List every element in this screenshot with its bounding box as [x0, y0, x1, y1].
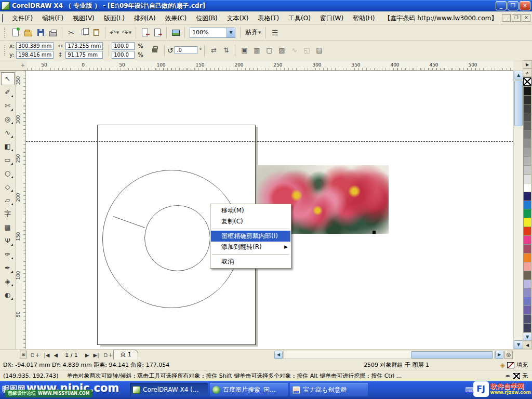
cut-button[interactable]: ✂: [65, 26, 77, 39]
add-page-after-button[interactable]: 🗋+: [102, 352, 114, 358]
color-swatch-19[interactable]: [523, 254, 531, 262]
menu-item-0[interactable]: 文件(F): [7, 13, 37, 23]
selection-handle[interactable]: [373, 231, 376, 234]
drawing-canvas[interactable]: 移动(M)复制(C)图框精确剪裁内部(I)添加到翻转(R)▶取消: [26, 71, 513, 349]
palette-scroll-down-button[interactable]: ▼: [523, 332, 532, 341]
basic-shapes-tool[interactable]: ▱: [1, 194, 15, 207]
color-swatch-7[interactable]: [523, 148, 531, 157]
close-button[interactable]: ✕: [520, 1, 530, 10]
color-swatch-20[interactable]: [523, 262, 531, 271]
menu-item-4[interactable]: 排列(A): [129, 13, 161, 23]
ungroup-button[interactable]: ▢: [263, 44, 275, 57]
color-swatch-16[interactable]: [523, 227, 531, 236]
mirror-horizontal-button[interactable]: ⇄: [207, 44, 220, 57]
scroll-down-button[interactable]: ▼: [514, 340, 523, 349]
color-swatch-8[interactable]: [523, 157, 531, 166]
options-button[interactable]: ☰: [269, 26, 281, 39]
scroll-right-button[interactable]: ▶: [495, 351, 503, 359]
palette-flyout-button[interactable]: ▶: [523, 60, 532, 69]
taskbar-button-1[interactable]: 百度图片搜索_国...: [210, 383, 288, 396]
application-launcher-button[interactable]: [169, 26, 182, 39]
menu-item-11[interactable]: 帮助(H): [348, 13, 379, 23]
scroll-left-button[interactable]: ◀: [274, 351, 283, 359]
color-swatch-2[interactable]: [523, 104, 531, 113]
pick-tool[interactable]: ↖: [1, 72, 15, 85]
property-bar-grip[interactable]: [4, 45, 6, 56]
copy-button[interactable]: [77, 26, 90, 39]
maximize-button[interactable]: ❐: [508, 1, 518, 10]
menu-item-9[interactable]: 工具(O): [284, 13, 315, 23]
crop-tool[interactable]: ✄: [1, 99, 15, 112]
new-button[interactable]: [9, 26, 22, 39]
color-swatch-3[interactable]: [523, 113, 531, 122]
import-button[interactable]: ←: [139, 26, 151, 39]
fill-tool[interactable]: ◈: [1, 275, 15, 288]
snap-to-dropdown[interactable]: 贴齐 ▼: [243, 27, 263, 38]
no-color-swatch[interactable]: [523, 77, 531, 86]
doc-restore-button[interactable]: ❐: [512, 14, 521, 22]
horizontal-scroll-thumb[interactable]: [411, 351, 493, 358]
menu-item-5[interactable]: 效果(C): [160, 13, 191, 23]
color-swatch-17[interactable]: [523, 236, 531, 245]
guideline[interactable]: [26, 141, 513, 142]
first-page-button[interactable]: |◀: [43, 352, 50, 358]
add-page-before-button[interactable]: 🗋+: [29, 352, 41, 358]
units-corner-button[interactable]: ⊞: [20, 351, 27, 358]
combine-button[interactable]: ▣: [238, 44, 250, 57]
navigator-icon[interactable]: ◎: [504, 351, 513, 359]
menu-item-10[interactable]: 窗口(W): [315, 13, 348, 23]
inner-circle-shape[interactable]: [144, 205, 210, 271]
context-menu-item-0[interactable]: 移动(M): [211, 205, 290, 216]
context-menu-item-3[interactable]: 图框精确剪裁内部(I): [211, 231, 290, 242]
color-swatch-11[interactable]: [523, 183, 531, 192]
interactive-blend-tool[interactable]: Ψ: [1, 234, 15, 247]
undo-button[interactable]: ↶▼: [108, 26, 121, 39]
export-button[interactable]: →: [151, 26, 164, 39]
context-menu-item-6[interactable]: 取消: [211, 256, 290, 267]
color-swatch-25[interactable]: [523, 306, 531, 315]
color-swatch-27[interactable]: [523, 324, 531, 332]
redo-dropdown-arrow-icon[interactable]: ▼: [129, 31, 131, 35]
shape-tool[interactable]: ✐: [1, 86, 15, 99]
color-swatch-15[interactable]: [523, 218, 531, 227]
menu-item-7[interactable]: 文本(X): [222, 13, 254, 23]
horizontal-ruler[interactable]: 50050100150200250300350400450500: [27, 60, 513, 71]
color-swatch-4[interactable]: [523, 122, 531, 131]
minimize-button[interactable]: _: [496, 1, 507, 10]
polygon-tool[interactable]: ◇: [1, 180, 15, 193]
color-swatch-6[interactable]: [523, 139, 531, 148]
redo-button[interactable]: ↷▼: [121, 26, 133, 39]
color-swatch-1[interactable]: [523, 96, 531, 104]
color-swatch-22[interactable]: [523, 280, 531, 289]
palette-expand-button[interactable]: ◀: [523, 341, 532, 349]
doc-minimize-button[interactable]: _: [502, 14, 511, 22]
undo-dropdown-arrow-icon[interactable]: ▼: [116, 31, 119, 35]
color-swatch-23[interactable]: [523, 288, 531, 297]
open-button[interactable]: [22, 26, 34, 39]
quick-customize-button[interactable]: ▤: [313, 44, 325, 57]
outline-pen-tool[interactable]: ✒: [1, 261, 15, 274]
zoom-level-combo[interactable]: 100% ▼: [190, 28, 235, 38]
freehand-tool[interactable]: ∿: [1, 126, 15, 139]
scale-v-field[interactable]: 100.0: [112, 51, 135, 59]
menu-item-12[interactable]: 【鑫宇条码 http://www.lw3000.com】: [380, 13, 502, 23]
color-swatch-10[interactable]: [523, 175, 531, 183]
color-swatch-18[interactable]: [523, 245, 531, 254]
print-button[interactable]: [47, 26, 59, 39]
taskbar-button-2[interactable]: 宝ナ惢も创意群: [290, 383, 368, 396]
object-width-field[interactable]: 173.255 mm: [65, 42, 103, 50]
vertical-scroll-thumb[interactable]: [514, 81, 523, 126]
menu-item-6[interactable]: 位图(B): [191, 13, 222, 23]
table-tool[interactable]: ▦: [1, 221, 15, 234]
color-swatch-14[interactable]: [523, 209, 531, 218]
color-swatch-12[interactable]: [523, 192, 531, 201]
palette-scroll-up-button[interactable]: ∧: [523, 69, 532, 77]
scroll-up-button[interactable]: ▲: [514, 71, 523, 79]
menu-item-8[interactable]: 表格(T): [253, 13, 284, 23]
color-swatch-0[interactable]: [523, 86, 531, 96]
zoom-dropdown-arrow-icon[interactable]: ▼: [227, 28, 235, 37]
lock-ratio-icon[interactable]: [152, 48, 157, 52]
x-position-field[interactable]: 300.389 mm: [16, 42, 54, 50]
color-swatch-9[interactable]: [523, 166, 531, 175]
context-menu-item-4[interactable]: 添加到翻转(R)▶: [211, 242, 290, 252]
